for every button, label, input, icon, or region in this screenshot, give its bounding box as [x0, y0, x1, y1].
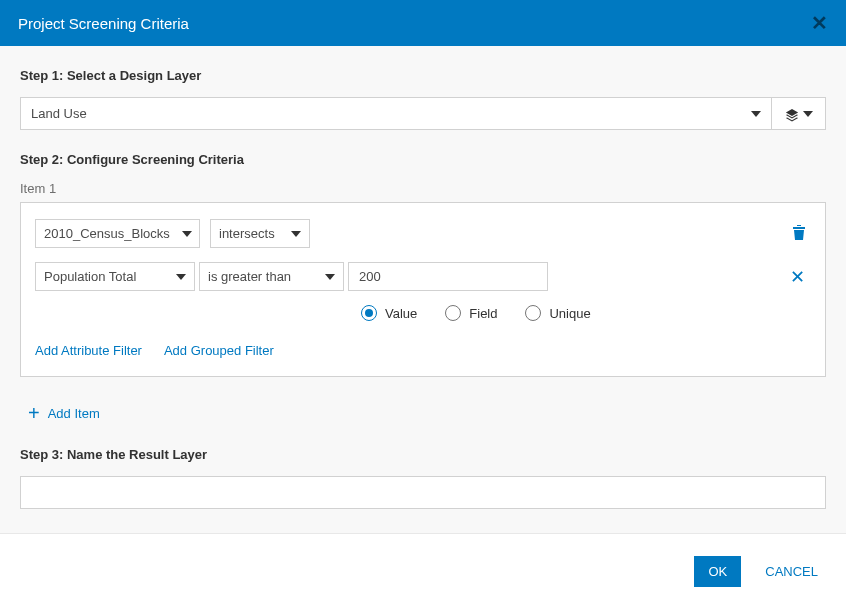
dialog-title: Project Screening Criteria	[18, 15, 189, 32]
value-input[interactable]	[348, 262, 548, 291]
step3-block: Step 3: Name the Result Layer	[20, 447, 826, 509]
layers-icon	[785, 108, 799, 120]
step2-label: Step 2: Configure Screening Criteria	[20, 152, 826, 167]
add-item-label: Add Item	[48, 406, 100, 421]
plus-icon: +	[28, 403, 40, 423]
radio-icon	[361, 305, 377, 321]
add-attribute-filter-link[interactable]: Add Attribute Filter	[35, 343, 142, 358]
comparison-value: is greater than	[208, 269, 291, 284]
chevron-down-icon	[751, 111, 761, 117]
spatial-op-value: intersects	[219, 226, 275, 241]
criteria-item: 2010_Census_Blocks intersects Population…	[20, 202, 826, 377]
filter-links: Add Attribute Filter Add Grouped Filter	[35, 343, 811, 358]
item-label: Item 1	[20, 181, 826, 196]
source-layer-value: 2010_Census_Blocks	[44, 226, 170, 241]
result-layer-input[interactable]	[20, 476, 826, 509]
dialog-content: Step 1: Select a Design Layer Land Use S…	[0, 46, 846, 534]
layer-browse-button[interactable]	[771, 97, 826, 130]
chevron-down-icon	[182, 231, 192, 237]
design-layer-value: Land Use	[31, 106, 87, 121]
radio-value-label: Value	[385, 306, 417, 321]
radio-field[interactable]: Field	[445, 305, 497, 321]
remove-filter-button[interactable]: ✕	[784, 266, 811, 288]
step1-label: Step 1: Select a Design Layer	[20, 68, 826, 83]
radio-unique[interactable]: Unique	[525, 305, 590, 321]
design-layer-select[interactable]: Land Use	[20, 97, 771, 130]
attribute-row: Population Total is greater than ✕	[35, 262, 811, 291]
field-select[interactable]: Population Total	[35, 262, 195, 291]
spatial-row: 2010_Census_Blocks intersects	[35, 219, 811, 248]
chevron-down-icon	[291, 231, 301, 237]
step3-label: Step 3: Name the Result Layer	[20, 447, 826, 462]
chevron-down-icon	[176, 274, 186, 280]
cancel-button[interactable]: CANCEL	[765, 564, 818, 579]
chevron-down-icon	[803, 111, 813, 117]
field-value: Population Total	[44, 269, 136, 284]
value-type-radios: Value Field Unique	[35, 305, 811, 321]
radio-value[interactable]: Value	[361, 305, 417, 321]
trash-icon	[791, 223, 807, 241]
radio-icon	[445, 305, 461, 321]
ok-button[interactable]: OK	[694, 556, 741, 587]
x-icon: ✕	[790, 267, 805, 287]
delete-item-button[interactable]	[787, 223, 811, 244]
dialog-header: Project Screening Criteria ✕	[0, 0, 846, 46]
radio-unique-label: Unique	[549, 306, 590, 321]
source-layer-select[interactable]: 2010_Census_Blocks	[35, 219, 200, 248]
radio-field-label: Field	[469, 306, 497, 321]
dialog-footer: OK CANCEL	[0, 534, 846, 596]
spatial-op-select[interactable]: intersects	[210, 219, 310, 248]
add-item-button[interactable]: + Add Item	[20, 395, 826, 423]
comparison-select[interactable]: is greater than	[199, 262, 344, 291]
close-icon[interactable]: ✕	[811, 13, 828, 33]
design-layer-row: Land Use	[20, 97, 826, 130]
chevron-down-icon	[325, 274, 335, 280]
add-grouped-filter-link[interactable]: Add Grouped Filter	[164, 343, 274, 358]
radio-icon	[525, 305, 541, 321]
